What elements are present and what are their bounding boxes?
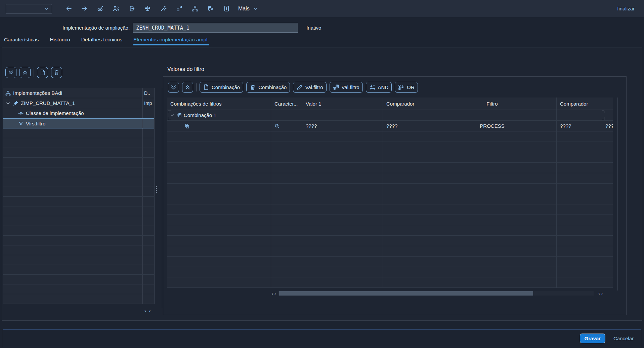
implementation-row: Implementação de ampliação: ZENH_CRUD_MA… bbox=[0, 17, 644, 33]
trash-icon bbox=[53, 69, 60, 76]
more-menu-button[interactable]: Mais bbox=[238, 6, 258, 12]
filter-table-empty-row bbox=[167, 173, 613, 184]
expand-all-button[interactable] bbox=[168, 82, 179, 93]
cancel-button[interactable]: Cancelar bbox=[613, 336, 634, 341]
table-hscrollbar-right[interactable]: ‹› bbox=[598, 291, 604, 296]
collapse-all-button[interactable] bbox=[182, 82, 193, 93]
comparador2-cell[interactable]: ???? bbox=[557, 121, 602, 131]
expand-all-button[interactable] bbox=[5, 67, 16, 78]
tree-empty-row bbox=[3, 158, 154, 167]
scrollbar-track[interactable] bbox=[278, 291, 594, 296]
tree-empty-row bbox=[3, 216, 154, 226]
and-button[interactable]: AND bbox=[366, 82, 392, 93]
col-header-filtro[interactable]: Filtro bbox=[428, 98, 557, 110]
filter-table-empty-row bbox=[167, 204, 613, 215]
object-list-button[interactable] bbox=[205, 3, 217, 15]
copy-button[interactable] bbox=[126, 3, 138, 15]
information-button[interactable] bbox=[220, 3, 232, 15]
pattern-button[interactable] bbox=[157, 3, 169, 15]
filtro-cell[interactable]: PROCESS bbox=[428, 121, 557, 131]
scroll-arrows-right[interactable]: ‹› bbox=[598, 291, 604, 296]
delete-filter-value-button[interactable]: Val.filtro bbox=[330, 82, 363, 93]
left-panel-scrollbar-track[interactable] bbox=[162, 88, 162, 308]
col-header-valor1[interactable]: Valor 1 bbox=[302, 98, 383, 110]
left-tree-filler bbox=[3, 128, 154, 304]
org-chart-icon bbox=[192, 5, 198, 12]
expander-chevron-icon[interactable] bbox=[5, 101, 11, 106]
clipped-cell[interactable]: ???? bbox=[602, 121, 613, 131]
command-field[interactable] bbox=[6, 4, 52, 13]
or-button[interactable]: OR bbox=[395, 82, 418, 93]
tree-empty-row bbox=[3, 265, 154, 275]
combination-label: Combinação 1 bbox=[184, 112, 216, 118]
col-header-combinacoes[interactable]: Combinações de filtros bbox=[167, 98, 271, 110]
forward-button[interactable] bbox=[78, 3, 90, 15]
edit-filter-value-button[interactable]: Val.filtro bbox=[293, 82, 326, 93]
magnifier-check-icon[interactable] bbox=[274, 123, 280, 129]
scroll-arrows-left[interactable]: ‹› bbox=[271, 291, 277, 296]
create-combination-button[interactable]: Combinação bbox=[200, 82, 243, 93]
delete-implementation-button[interactable] bbox=[51, 67, 62, 78]
chevron-down-icon bbox=[253, 6, 258, 11]
tree-row-col2 bbox=[142, 108, 154, 118]
comparador-cell[interactable]: ???? bbox=[383, 121, 428, 131]
tab-caracteristicas[interactable]: Características bbox=[4, 37, 39, 45]
trash-icon bbox=[250, 84, 256, 90]
left-tree-hscroll[interactable]: ‹› bbox=[144, 308, 151, 313]
copy-documents-icon bbox=[184, 123, 190, 129]
and-link-icon bbox=[369, 84, 376, 90]
focus-corner bbox=[168, 111, 171, 113]
col-header-comparador[interactable]: Comparador bbox=[383, 98, 428, 110]
col-header-caracter[interactable]: Caracter... bbox=[271, 98, 302, 110]
create-implementation-button[interactable] bbox=[37, 67, 48, 78]
filter-value-row[interactable]: ???? ???? PROCESS ???? ???? bbox=[167, 121, 613, 131]
tree-empty-row bbox=[3, 138, 154, 148]
filter-values-group: Combinação Combinação Val.filtro Val.fil… bbox=[163, 76, 627, 315]
combination-row[interactable]: Combinação 1 bbox=[167, 110, 613, 121]
new-page-icon bbox=[203, 84, 209, 90]
tree-row-vlrs-filtro[interactable]: Vlrs.filtro bbox=[3, 118, 154, 128]
collapse-all-button[interactable] bbox=[19, 67, 31, 78]
delete-combination-button[interactable]: Combinação bbox=[246, 82, 290, 93]
filter-funnel-icon bbox=[18, 121, 24, 126]
tab-historico[interactable]: Histórico bbox=[50, 37, 70, 45]
check-button[interactable] bbox=[141, 3, 154, 15]
resize-button[interactable] bbox=[173, 3, 185, 15]
magic-wand-icon bbox=[160, 5, 167, 12]
tree-empty-row bbox=[3, 197, 154, 206]
finalize-button[interactable]: finalizar bbox=[617, 6, 635, 11]
display-change-button[interactable] bbox=[94, 3, 106, 15]
double-chevron-down-icon bbox=[8, 69, 14, 76]
tree-empty-row bbox=[3, 236, 154, 245]
tree-empty-row bbox=[3, 128, 154, 138]
other-object-button[interactable] bbox=[110, 3, 122, 15]
save-button[interactable]: Gravar bbox=[580, 334, 605, 343]
tab-detalhes-tecnicos[interactable]: Detalhes técnicos bbox=[81, 37, 122, 45]
tree-row-classe[interactable]: Classe de implementação bbox=[3, 108, 154, 118]
tree-row-zimp[interactable]: ZIMP_CRUD_MATTA_1 Imp bbox=[3, 98, 154, 108]
focus-corner bbox=[602, 111, 604, 113]
panel-splitter-handle[interactable] bbox=[155, 186, 158, 193]
status-text: Inativo bbox=[306, 25, 321, 31]
tree-row-col2: Imp bbox=[142, 98, 154, 108]
tab-elementos-implementacao[interactable]: Elementos implementação ampl. bbox=[133, 37, 209, 45]
tree-row-col2 bbox=[142, 119, 154, 128]
back-button[interactable] bbox=[62, 3, 75, 15]
hierarchy-button[interactable] bbox=[189, 3, 201, 15]
tree-row-label: Vlrs.filtro bbox=[26, 121, 45, 126]
toolbar-separator bbox=[196, 83, 197, 91]
col-header-comparador2[interactable]: Comparador bbox=[557, 98, 602, 110]
implementation-input[interactable]: ZENH_CRUD_MATTA_1 bbox=[133, 23, 298, 33]
tree-empty-row bbox=[3, 226, 154, 236]
tree-empty-row bbox=[3, 255, 154, 265]
tree-row-label: Classe de implementação bbox=[26, 110, 84, 116]
scroll-right-icon: › bbox=[149, 308, 151, 313]
double-chevron-up-icon bbox=[22, 69, 28, 76]
focus-corner bbox=[602, 117, 604, 120]
table-hscrollbar[interactable]: ‹› bbox=[271, 291, 594, 296]
scrollbar-thumb[interactable] bbox=[279, 291, 533, 296]
valor1-cell[interactable]: ???? bbox=[302, 121, 383, 131]
table-vscrollbar-track[interactable] bbox=[617, 98, 618, 291]
document-export-icon bbox=[129, 5, 135, 12]
resize-icon bbox=[176, 5, 182, 12]
